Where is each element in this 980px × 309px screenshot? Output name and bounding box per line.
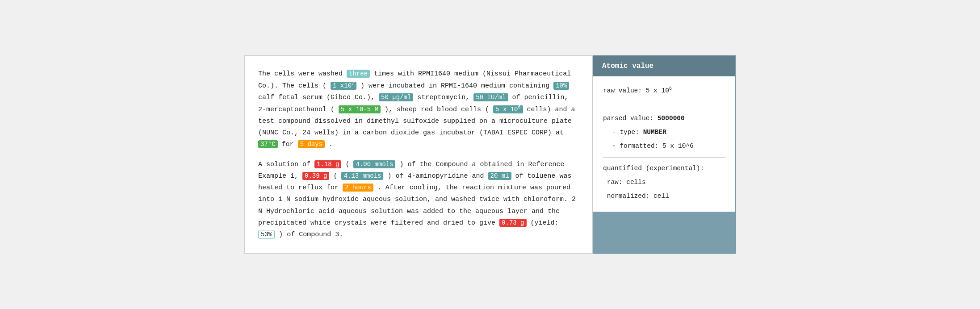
highlight-4.00mmols: 4.00 mmols [353,160,395,168]
atomic-value-title: Atomic value [602,62,653,70]
highlight-20ml: 20 ml [488,172,511,180]
raw-value-row: raw value: 5 x 106 [603,84,725,97]
highlight-4.13mmols: 4.13 mmols [341,172,383,180]
text-panel: The cells were washed three times with R… [244,55,593,254]
parsed-value-row: parsed value: 5000000 [603,112,725,125]
highlight-2hours: 2 hours [343,184,373,192]
raw-cells-row: raw: cells [603,176,725,189]
paragraph-1: The cells were washed three times with R… [258,68,579,151]
highlight-10pct: 10% [553,82,569,90]
highlight-0.39g: 0.39 g [302,172,329,180]
highlight-5days: 5 days [298,140,325,148]
highlight-50ugml: 50 μg/ml [379,93,413,101]
normalized-row: normalized: cell [603,190,725,203]
highlight-5x106: 5 x 106 [493,105,523,113]
quantified-row: quantified (experimental): [603,162,725,175]
paragraph-2: A solution of 1.18 g ( 4.00 mmols ) of t… [258,159,579,241]
main-container: The cells were washed three times with R… [244,55,736,254]
type-value: NUMBER [643,129,666,136]
highlight-37c: 37°C [258,140,278,148]
highlight-53pct: 53% [258,230,275,239]
highlight-0.73g: 0.73 g [499,219,526,227]
info-panel: Atomic value raw value: 5 x 106 parsed v… [593,55,736,254]
spacer-row [603,98,725,111]
formatted-row: - formatted: 5 x 10^6 [603,140,725,153]
highlight-three: three [347,70,370,78]
info-panel-body: raw value: 5 x 106 parsed value: 5000000… [593,76,735,212]
highlight-50iuml: 50 IU/ml [473,93,508,101]
type-row: - type: NUMBER [603,126,725,139]
highlight-1x107: 1 x107 [331,82,356,90]
divider [603,157,725,158]
parsed-value: 5000000 [658,115,685,122]
info-panel-header: Atomic value [593,56,735,76]
highlight-1.18g: 1.18 g [314,160,341,168]
highlight-5x10-5m: 5 x 10-5 M [339,105,381,113]
